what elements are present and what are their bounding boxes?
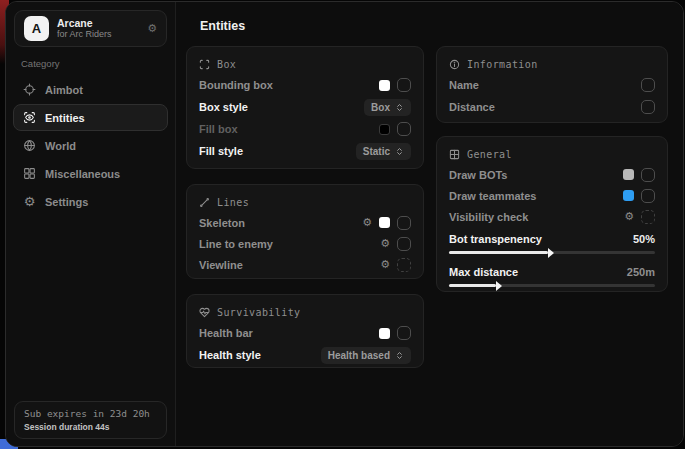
heart-pulse-icon (199, 307, 210, 318)
setting-row-box-style: Box style Box (199, 96, 411, 118)
subscription-card: Sub expires in 23d 20h Session duration … (14, 401, 167, 439)
section-title: Information (467, 59, 538, 70)
setting-row-fill-style: Fill style Static (199, 140, 411, 162)
setting-label: Bounding box (199, 79, 273, 91)
sidebar-item-label: Aimbot (45, 84, 83, 96)
skeleton-checkbox[interactable] (397, 216, 411, 230)
slider-value: 50% (633, 233, 655, 245)
setting-row-draw-teammates: Draw teammates (449, 185, 655, 206)
setting-row-draw-bots: Draw BOTs (449, 164, 655, 185)
sidebar-item-label: Settings (45, 196, 88, 208)
scan-corners-icon (199, 59, 210, 70)
viewline-checkbox[interactable] (397, 258, 411, 272)
sub-expires-text: Sub expires in 23d 20h (24, 408, 157, 419)
fill-box-checkbox[interactable] (397, 122, 411, 136)
section-title: Box (217, 59, 236, 70)
color-swatch[interactable] (623, 169, 634, 180)
crosshair-icon (23, 83, 36, 96)
setting-row-distance: Distance (449, 96, 655, 118)
setting-label: Line to enemy (199, 238, 273, 250)
slider-value: 250m (627, 266, 655, 278)
max-distance-slider[interactable] (449, 284, 655, 287)
setting-row-bounding-box: Bounding box (199, 74, 411, 96)
select-value: Static (363, 146, 390, 157)
main-panel: Entities Box Bounding box Box style Box (176, 2, 683, 446)
section-title: Survivability (217, 307, 300, 318)
brand-title: Arcane (57, 17, 112, 30)
section-title: General (467, 149, 512, 160)
setting-label: Draw teammates (449, 190, 536, 202)
color-swatch[interactable] (379, 328, 390, 339)
select-value: Box (371, 102, 390, 113)
slider-label: Bot transpenency (449, 233, 542, 245)
gear-icon[interactable]: ⚙ (624, 211, 634, 222)
gear-icon[interactable]: ⚙ (362, 217, 372, 228)
gear-icon[interactable]: ⚙ (380, 259, 390, 270)
color-swatch[interactable] (379, 217, 390, 228)
setting-label: Skeleton (199, 217, 245, 229)
brand-text: Arcane for Arc Riders (57, 17, 112, 40)
distance-checkbox[interactable] (641, 100, 655, 114)
bot-transpenency-slider-group: Bot transpenency 50% (449, 230, 655, 254)
draw-teammates-checkbox[interactable] (641, 189, 655, 203)
setting-label: Health style (199, 349, 261, 361)
health-style-select[interactable]: Health based (321, 347, 411, 364)
sidebar-item-settings[interactable]: ⚙ Settings (13, 188, 168, 215)
bot-transpenency-slider[interactable] (449, 251, 655, 254)
info-icon (449, 59, 460, 70)
select-value: Health based (328, 350, 390, 361)
color-swatch[interactable] (623, 190, 634, 201)
globe-icon (23, 139, 36, 152)
name-checkbox[interactable] (641, 78, 655, 92)
slider-fill (449, 251, 548, 254)
sidebar-item-label: Miscellaneous (45, 168, 120, 180)
layout-grid-icon (449, 149, 460, 160)
setting-label: Viewline (199, 259, 243, 271)
page-title: Entities (200, 19, 245, 33)
setting-row-health-bar: Health bar (199, 322, 411, 344)
sidebar-item-aimbot[interactable]: Aimbot (13, 76, 168, 103)
section-information: Information Name Distance (436, 46, 668, 123)
sidebar-item-miscellaneous[interactable]: Miscellaneous (13, 160, 168, 187)
bounding-box-checkbox[interactable] (397, 78, 411, 92)
section-lines-header: Lines (199, 193, 411, 212)
color-swatch[interactable] (379, 80, 390, 91)
section-survivability: Survivability Health bar Health style He… (186, 294, 424, 368)
section-box-header: Box (199, 55, 411, 74)
brand-card: A Arcane for Arc Riders ⚙ (14, 10, 167, 47)
gear-icon[interactable]: ⚙ (380, 238, 390, 249)
setting-row-viewline: Viewline ⚙ (199, 254, 411, 275)
setting-row-visibility-check: Visibility check ⚙ (449, 206, 655, 227)
setting-label: Distance (449, 101, 495, 113)
section-general-header: General (449, 145, 655, 164)
slider-label: Max distance (449, 266, 518, 278)
section-title: Lines (217, 197, 249, 208)
setting-label: Visibility check (449, 211, 528, 223)
category-label: Category (21, 58, 160, 69)
chevrons-up-down-icon (395, 103, 404, 112)
setting-label: Fill box (199, 123, 238, 135)
setting-label: Health bar (199, 327, 253, 339)
setting-row-line-to-enemy: Line to enemy ⚙ (199, 233, 411, 254)
draw-bots-checkbox[interactable] (641, 168, 655, 182)
visibility-check-checkbox[interactable] (641, 210, 655, 224)
setting-label: Fill style (199, 145, 243, 157)
color-swatch[interactable] (379, 124, 390, 135)
brand-logo: A (24, 16, 49, 41)
setting-label: Name (449, 79, 479, 91)
sidebar-item-entities[interactable]: Entities (13, 104, 168, 131)
gear-icon[interactable]: ⚙ (147, 22, 157, 35)
line-to-enemy-checkbox[interactable] (397, 237, 411, 251)
max-distance-slider-group: Max distance 250m (449, 263, 655, 287)
session-duration-text: Session duration 44s (24, 422, 157, 432)
sidebar-item-world[interactable]: World (13, 132, 168, 159)
section-survivability-header: Survivability (199, 303, 411, 322)
sidebar-nav: Aimbot Entities World Miscellaneous ⚙ Se… (6, 76, 175, 215)
section-box: Box Bounding box Box style Box (186, 46, 424, 169)
box-style-select[interactable]: Box (364, 99, 411, 116)
health-bar-checkbox[interactable] (397, 326, 411, 340)
chevrons-up-down-icon (395, 351, 404, 360)
fill-style-select[interactable]: Static (356, 143, 411, 160)
sidebar-item-label: World (45, 140, 76, 152)
brand-subtitle: for Arc Riders (57, 29, 112, 40)
